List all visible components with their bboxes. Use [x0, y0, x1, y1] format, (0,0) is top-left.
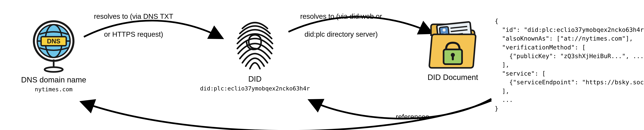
fingerprint-icon — [230, 18, 279, 72]
node-dns-title: DNS domain name — [21, 75, 86, 84]
svg-point-1 — [44, 67, 63, 72]
did-document-json: { "id": "did:plc:eclio37ymobqex2ncko63h4… — [495, 17, 644, 113]
folder-lock-icon — [426, 17, 480, 70]
node-did-title: DID — [248, 74, 262, 83]
node-did: DID did:plc:eclio37ymobqex2ncko63h4r — [183, 18, 327, 92]
node-doc-title: DID Document — [428, 73, 478, 82]
edge-label-dns-to-did: resolves to (via DNS TXT or HTTPS reques… — [94, 12, 173, 39]
node-dns-sub: nytimes.com — [35, 86, 72, 93]
edge-label-references: references — [396, 112, 429, 122]
text: or HTTPS request) — [104, 30, 163, 39]
node-dns: DNS DNS domain name nytimes.com — [18, 19, 89, 93]
text: references — [396, 113, 429, 121]
text: resolves to (via DNS TXT — [94, 12, 173, 20]
arrow-references-to-dns — [82, 101, 492, 130]
node-did-sub: did:plc:eclio37ymobqex2ncko63h4r — [200, 85, 310, 92]
globe-dns-icon: DNS — [29, 19, 78, 73]
svg-text:DNS: DNS — [47, 38, 60, 45]
node-did-document: DID Document — [421, 17, 485, 82]
svg-rect-17 — [452, 56, 454, 60]
